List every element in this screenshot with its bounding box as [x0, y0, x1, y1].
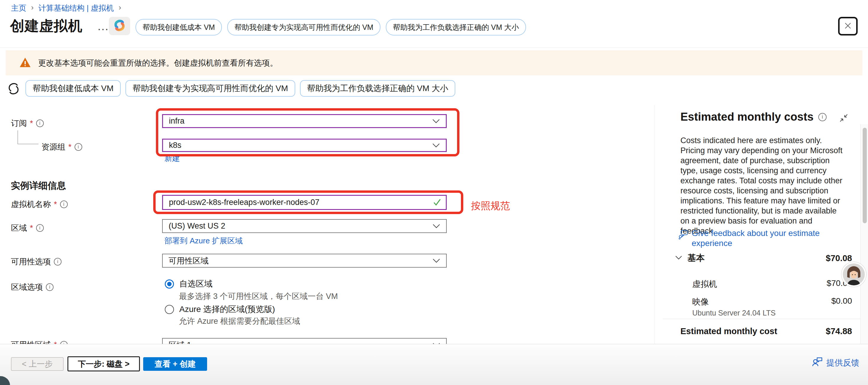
subscription-label-text: 订阅: [11, 118, 27, 129]
instance-details-heading: 实例详细信息: [11, 180, 66, 192]
warning-text: 更改基本选项可能会重置所做的选择。创建虚拟机前查看所有选项。: [38, 58, 278, 68]
zone-options-label-text: 区域选项: [11, 282, 43, 292]
region-dropdown[interactable]: (US) West US 2: [162, 219, 447, 233]
availability-options-dropdown[interactable]: 可用性区域: [162, 254, 447, 267]
info-icon[interactable]: [36, 120, 44, 127]
copilot-suggestions-inline: 帮助我创建低成本 VM 帮助我创建专为实现高可用性而优化的 VM 帮助我为工作负…: [26, 80, 455, 97]
radio-description: 最多选择 3 个可用性区域，每个区域一台 VM: [179, 291, 338, 301]
resource-group-label: 资源组 *: [41, 142, 82, 152]
give-feedback-link[interactable]: 提供反馈: [812, 357, 860, 369]
copilot-outline-icon: [6, 82, 21, 97]
valid-check-icon: [433, 198, 441, 208]
page-title: 创建虚拟机: [10, 17, 83, 35]
cost-item-vm: 虚拟机 $70.08: [692, 279, 852, 290]
chevron-down-icon: [675, 255, 682, 261]
scrollbar-thumb[interactable]: [863, 128, 867, 223]
review-create-button[interactable]: 查看 + 创建: [143, 357, 207, 371]
breadcrumb-home-link[interactable]: 主页: [11, 3, 26, 13]
info-icon[interactable]: [60, 341, 68, 344]
cost-item-name: 映像: [692, 296, 709, 308]
vm-name-label: 虚拟机名称 *: [11, 199, 68, 210]
radio-selected[interactable]: [165, 280, 174, 289]
zone-option-self-select: 自选区域: [165, 278, 212, 289]
info-icon[interactable]: [60, 200, 68, 208]
cost-panel-disclaimer: Costs indicated here are estimates only.…: [680, 135, 846, 236]
suggestion-low-cost-vm-button[interactable]: 帮助我创建低成本 VM: [135, 19, 222, 35]
tree-connector-vertical: [18, 130, 18, 144]
required-asterisk: *: [68, 142, 71, 152]
feedback-bubbles-icon: [679, 229, 688, 248]
footer-bar: < 上一步 下一步: 磁盘 > 查看 + 创建 提供反馈: [0, 344, 868, 385]
close-button[interactable]: [838, 17, 858, 35]
subscription-value: infra: [169, 117, 185, 126]
cost-item-image: 映像 $0.00: [692, 296, 852, 308]
feedback-person-icon: [812, 357, 823, 369]
availability-zones-label-text: 可用性区域: [11, 340, 51, 344]
suggestion-right-vm-size-button[interactable]: 帮助我为工作负载选择正确的 VM 大小: [300, 80, 456, 97]
suggestion-low-cost-vm-button[interactable]: 帮助我创建低成本 VM: [26, 80, 121, 97]
resource-group-label-text: 资源组: [41, 142, 65, 152]
cost-total-row: Estimated monthly cost $74.88: [680, 326, 852, 336]
chevron-down-icon: [432, 141, 440, 150]
required-asterisk: *: [54, 340, 57, 344]
info-icon[interactable]: [818, 113, 827, 121]
subscription-label: 订阅 *: [11, 118, 44, 129]
region-label: 区域 *: [11, 223, 44, 233]
info-icon[interactable]: [54, 258, 62, 265]
cost-group-toggle[interactable]: 基本: [675, 252, 705, 264]
chevron-down-icon: [433, 256, 440, 265]
cost-item-detail: Ubuntu Server 24.04 LTS: [692, 309, 776, 317]
breadcrumb-separator: ›: [31, 3, 34, 12]
suggestion-high-availability-vm-button[interactable]: 帮助我创建专为实现高可用性而优化的 VM: [125, 80, 295, 97]
suggestion-right-vm-size-button[interactable]: 帮助我为工作负载选择正确的 VM 大小: [386, 19, 526, 35]
info-icon[interactable]: [46, 283, 54, 291]
info-icon[interactable]: [36, 224, 44, 232]
suggestion-high-availability-vm-button[interactable]: 帮助我创建专为实现高可用性而优化的 VM: [227, 19, 380, 35]
zone-option-azure-select: Azure 选择的区域(预览版): [165, 304, 275, 315]
availability-zones-dropdown[interactable]: 区域 1: [162, 338, 447, 344]
close-icon: [843, 21, 852, 31]
corner-camera-bubble: [0, 376, 10, 385]
availability-options-value: 可用性区域: [168, 255, 209, 266]
cost-group-name: 基本: [687, 252, 705, 264]
cost-total-amount: $74.88: [826, 326, 852, 336]
availability-options-label: 可用性选项: [11, 256, 62, 267]
give-feedback-text: 提供反馈: [826, 357, 860, 368]
create-vm-blade: 主页 › 计算基础结构 | 虚拟机 › 创建虚拟机 … 帮助我创: [0, 0, 868, 385]
cost-total-label: Estimated monthly cost: [680, 326, 777, 336]
chevron-down-icon: [433, 222, 440, 231]
availability-zones-value: 区域 1: [168, 340, 191, 344]
cost-group-row: 基本 $70.08: [675, 252, 852, 264]
vm-name-input[interactable]: [162, 195, 447, 210]
radio-description: 允许 Azure 根据需要分配最佳区域: [179, 316, 300, 326]
tree-connector-horizontal: [18, 144, 38, 144]
estimate-feedback-text: Give feedback about your estimate experi…: [692, 228, 827, 248]
previous-button: < 上一步: [11, 357, 64, 371]
info-icon[interactable]: [74, 143, 82, 151]
more-menu-button[interactable]: …: [97, 20, 110, 33]
radio-label[interactable]: 自选区域: [179, 278, 212, 289]
estimate-feedback-link[interactable]: Give feedback about your estimate experi…: [679, 228, 827, 248]
create-new-resource-group-link[interactable]: 新建: [164, 153, 180, 163]
breadcrumb-vm-link[interactable]: 计算基础结构 | 虚拟机: [38, 3, 114, 13]
availability-options-label-text: 可用性选项: [11, 256, 51, 267]
radio-unselected[interactable]: [165, 305, 174, 314]
collapse-panel-icon[interactable]: [839, 113, 848, 124]
extended-zones-link[interactable]: 部署到 Azure 扩展区域: [164, 236, 243, 246]
cost-panel-title: Estimated monthly costs: [680, 110, 813, 123]
copilot-icon: [113, 19, 126, 33]
header-divider: [0, 47, 868, 47]
scrollbar-track[interactable]: [860, 124, 868, 344]
cost-item-name: 虚拟机: [692, 279, 717, 290]
presenter-avatar: [841, 262, 866, 287]
region-value: (US) West US 2: [168, 222, 225, 231]
required-asterisk: *: [30, 119, 33, 128]
resource-group-dropdown[interactable]: k8s: [162, 139, 447, 152]
subscription-dropdown[interactable]: infra: [162, 114, 447, 128]
vm-name-field-wrap: [162, 195, 447, 210]
radio-label[interactable]: Azure 选择的区域(预览版): [179, 304, 275, 315]
breadcrumb-separator: ›: [119, 3, 121, 12]
panel-divider: [654, 105, 655, 344]
next-disks-button[interactable]: 下一步: 磁盘 >: [67, 356, 140, 372]
copilot-button[interactable]: [109, 17, 130, 35]
